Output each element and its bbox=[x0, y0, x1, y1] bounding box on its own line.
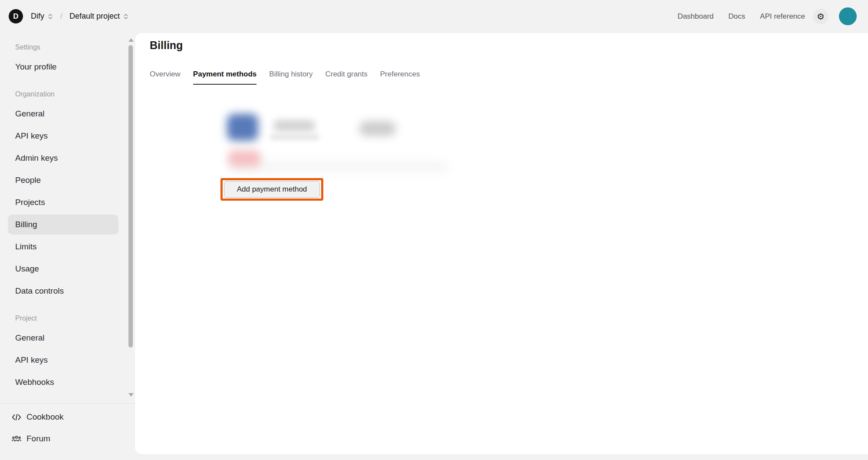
sidebar-item-org-api-keys[interactable]: API keys bbox=[8, 126, 118, 146]
main-panel: Billing Overview Payment methods Billing… bbox=[135, 33, 868, 454]
card-info-blob-1 bbox=[273, 120, 315, 132]
project-name[interactable]: Default project bbox=[69, 12, 120, 21]
org-name[interactable]: Dify bbox=[31, 12, 44, 21]
annotation-highlight: Add payment method bbox=[220, 178, 323, 201]
sidebar-section-organization: Organization bbox=[15, 90, 135, 99]
nav-api-reference[interactable]: API reference bbox=[760, 12, 805, 21]
tab-overview[interactable]: Overview bbox=[150, 70, 181, 85]
sidebar-item-project-api-keys[interactable]: API keys bbox=[8, 350, 118, 370]
app: D Dify / Default project Dashboard Docs … bbox=[0, 0, 868, 460]
chevron-up-down-icon bbox=[47, 13, 53, 20]
sidebar-item-org-general[interactable]: General bbox=[8, 104, 118, 124]
tab-payment-methods[interactable]: Payment methods bbox=[193, 70, 256, 85]
breadcrumb-separator: / bbox=[60, 12, 62, 21]
sidebar-item-billing[interactable]: Billing bbox=[8, 215, 118, 235]
chevron-up-down-icon bbox=[123, 13, 129, 20]
sidebar-footer: Cookbook Forum bbox=[0, 403, 135, 460]
scrollbar-down-arrow[interactable] bbox=[128, 393, 134, 397]
nav-dashboard[interactable]: Dashboard bbox=[677, 12, 713, 21]
card-menu-blob bbox=[359, 121, 396, 136]
page-title: Billing bbox=[150, 39, 183, 52]
sidebar-item-projects[interactable]: Projects bbox=[8, 192, 118, 212]
sidebar-item-usage[interactable]: Usage bbox=[8, 259, 118, 279]
org-switcher[interactable] bbox=[47, 13, 53, 20]
sidebar: Settings Your profile Organization Gener… bbox=[0, 33, 135, 403]
sidebar-item-cookbook[interactable]: Cookbook bbox=[8, 407, 127, 427]
add-payment-method-button[interactable]: Add payment method bbox=[224, 181, 320, 198]
sidebar-item-forum[interactable]: Forum bbox=[8, 429, 127, 449]
default-badge-blob bbox=[228, 150, 260, 167]
payment-card-shadow bbox=[230, 163, 447, 170]
project-switcher[interactable] bbox=[123, 13, 129, 20]
code-icon bbox=[12, 414, 21, 421]
sidebar-item-label: Cookbook bbox=[26, 412, 64, 422]
tab-billing-history[interactable]: Billing history bbox=[269, 70, 312, 85]
tab-preferences[interactable]: Preferences bbox=[380, 70, 420, 85]
sidebar-item-webhooks[interactable]: Webhooks bbox=[8, 372, 118, 392]
tab-credit-grants[interactable]: Credit grants bbox=[325, 70, 367, 85]
sidebar-item-project-general[interactable]: General bbox=[8, 328, 118, 348]
settings-button[interactable]: ⚙ bbox=[813, 9, 829, 24]
card-info-blob-2 bbox=[270, 134, 319, 140]
top-bar: D Dify / Default project Dashboard Docs … bbox=[0, 0, 868, 33]
org-logo[interactable]: D bbox=[9, 9, 23, 23]
sidebar-item-label: Forum bbox=[26, 434, 50, 443]
sidebar-item-people[interactable]: People bbox=[8, 170, 118, 190]
sidebar-section-settings: Settings bbox=[15, 43, 135, 52]
sidebar-item-admin-keys[interactable]: Admin keys bbox=[8, 148, 118, 168]
people-icon bbox=[12, 435, 21, 443]
sidebar-item-data-controls[interactable]: Data controls bbox=[8, 281, 118, 301]
sidebar-item-your-profile[interactable]: Your profile bbox=[8, 57, 118, 77]
gear-icon: ⚙ bbox=[817, 12, 825, 21]
nav-docs[interactable]: Docs bbox=[728, 12, 745, 21]
sidebar-section-project: Project bbox=[15, 314, 135, 323]
scrollbar-thumb[interactable] bbox=[128, 45, 133, 347]
sidebar-item-limits[interactable]: Limits bbox=[8, 237, 118, 257]
billing-tabs: Overview Payment methods Billing history… bbox=[150, 70, 420, 85]
user-avatar[interactable] bbox=[839, 7, 857, 25]
card-brand-blob bbox=[227, 114, 258, 141]
scrollbar-up-arrow[interactable] bbox=[128, 38, 134, 42]
top-nav: Dashboard Docs API reference bbox=[677, 12, 805, 21]
